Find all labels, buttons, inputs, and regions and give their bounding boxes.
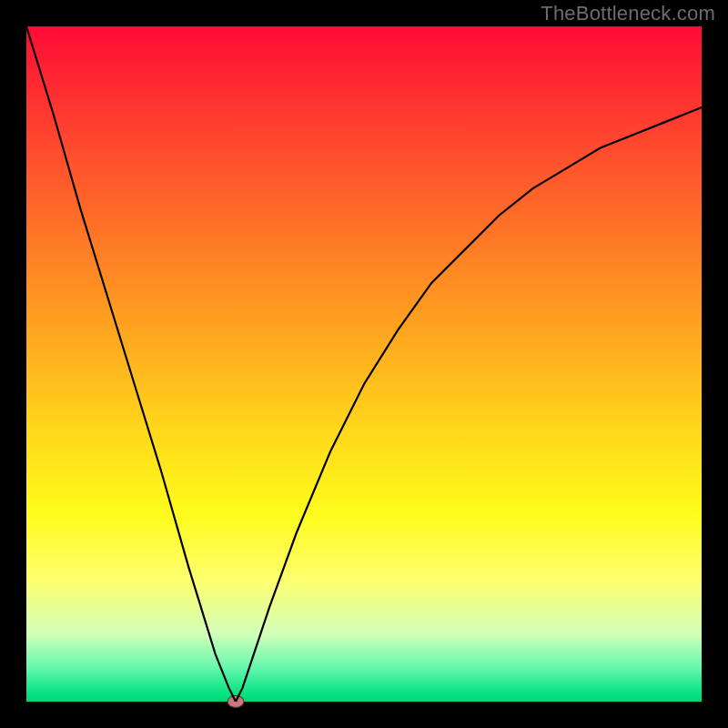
plot-area — [26, 26, 702, 702]
bottleneck-curve — [26, 26, 702, 702]
curve-svg — [26, 26, 702, 702]
watermark-text: TheBottleneck.com — [541, 2, 715, 25]
chart-frame: TheBottleneck.com — [0, 0, 728, 728]
